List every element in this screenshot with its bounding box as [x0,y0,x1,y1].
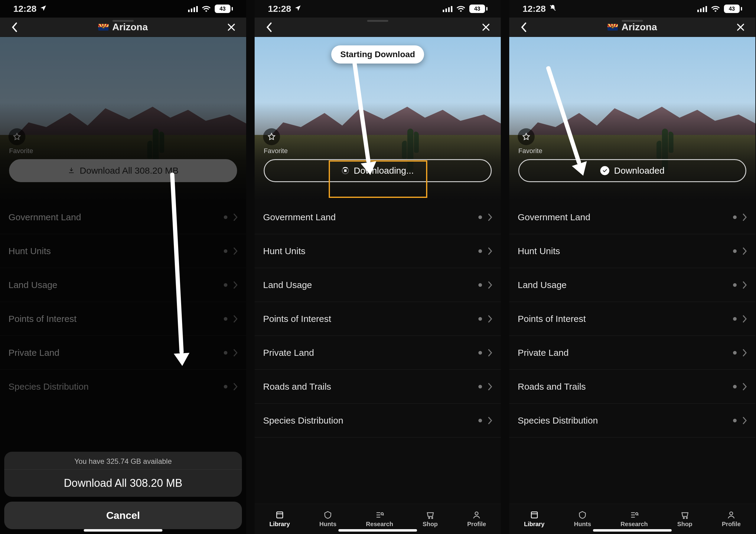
back-button[interactable] [8,20,22,34]
status-dot-icon [478,249,482,253]
layer-name: Land Usage [263,280,312,290]
tab-hunts[interactable]: Hunts [574,510,591,528]
home-indicator[interactable] [593,529,672,532]
status-dot-icon [733,283,737,287]
sheet-download-label: Download All 308.20 MB [64,477,182,489]
home-indicator[interactable] [338,529,417,532]
layer-row[interactable]: Points of Interest [509,302,755,336]
close-button[interactable] [224,20,238,34]
downloaded-label: Downloaded [614,165,665,176]
layer-name: Points of Interest [263,314,331,324]
layer-name: Government Land [518,212,590,222]
tab-shop[interactable]: Shop [423,510,438,528]
back-button[interactable] [262,20,276,34]
status-dot-icon [733,385,737,388]
phone-screen-1: 12:28 43 [0,0,246,534]
tab-research[interactable]: Research [366,510,393,528]
drag-handle[interactable] [113,20,134,22]
tab-library[interactable]: Library [269,510,290,528]
favorite-group: Favorite [263,128,287,155]
tab-label: Hunts [319,521,337,528]
close-button[interactable] [734,20,747,34]
cancel-button[interactable]: Cancel [4,502,242,529]
action-sheet: You have 325.74 GB available Download Al… [4,452,242,529]
location-icon [40,4,47,14]
svg-point-3 [432,517,433,519]
layer-name: Hunt Units [263,246,306,256]
layer-name: Roads and Trails [518,381,586,392]
silent-icon [549,4,557,14]
tab-profile[interactable]: Profile [467,510,486,528]
status-bar: 12:28 43 [509,0,755,17]
chevron-right-icon [487,213,492,221]
layer-name: Points of Interest [518,314,586,324]
location-icon [294,4,302,14]
title-text: Arizona [112,21,148,33]
layer-row[interactable]: Roads and Trails [509,370,755,404]
chevron-right-icon [487,247,492,255]
nav-header: Arizona [0,17,246,37]
tab-library[interactable]: Library [524,510,545,528]
tab-profile[interactable]: Profile [722,510,741,528]
layer-row[interactable]: Private Land [509,336,755,370]
layer-name: Private Land [518,348,569,358]
status-time: 12:28 [523,4,546,14]
status-dot-icon [478,351,482,354]
downloaded-button[interactable]: Downloaded [518,159,746,182]
layer-row[interactable]: Roads and Trails [255,370,501,404]
layer-row[interactable]: Private Land [255,336,501,370]
flag-icon [98,24,109,31]
favorite-label: Favorite [518,147,542,155]
tab-hunts[interactable]: Hunts [319,510,337,528]
layer-row[interactable]: Government Land [509,200,755,234]
layer-name: Private Land [263,348,314,358]
status-dot-icon [733,419,737,422]
sheet-download-action[interactable]: Download All 308.20 MB [4,469,242,497]
tab-research[interactable]: Research [621,510,648,528]
tab-label: Hunts [574,521,591,528]
layer-row[interactable]: Species Distribution [255,404,501,437]
favorite-button[interactable] [518,128,535,145]
nav-header [255,17,501,37]
tab-shop[interactable]: Shop [677,510,692,528]
layer-row[interactable]: Land Usage [255,268,501,302]
nav-header: Arizona [509,17,755,37]
annotation-highlight [329,160,427,198]
layer-row[interactable]: Land Usage [509,268,755,302]
chevron-right-icon [487,315,492,323]
flag-icon [608,24,618,31]
chevron-right-icon [742,213,747,221]
svg-rect-0 [277,512,283,518]
layer-row[interactable]: Government Land [255,200,501,234]
battery-icon: 43 [469,5,487,13]
tab-label: Shop [423,521,438,528]
svg-point-4 [475,512,478,515]
layer-row[interactable]: Hunt Units [255,234,501,268]
battery-icon: 43 [215,5,233,13]
battery-level: 43 [724,5,740,13]
status-bar: 12:28 43 [0,0,246,17]
phone-screen-2: 12:28 43 [255,0,501,534]
favorite-button[interactable] [263,128,280,145]
chevron-right-icon [742,417,747,425]
home-indicator[interactable] [84,529,162,532]
status-dot-icon [733,215,737,219]
chevron-right-icon [742,349,747,357]
tab-label: Profile [467,521,486,528]
layer-row[interactable]: Points of Interest [255,302,501,336]
layer-row[interactable]: Species Distribution [509,404,755,437]
drag-handle[interactable] [367,20,388,22]
cell-signal-icon [697,6,707,12]
chevron-right-icon [742,383,747,391]
cell-signal-icon [188,6,198,12]
page-title: Arizona [608,21,657,33]
layer-row[interactable]: Hunt Units [509,234,755,268]
status-time: 12:28 [13,4,37,14]
svg-point-7 [683,517,684,519]
sheet-info: You have 325.74 GB available [4,452,242,469]
drag-handle[interactable] [622,20,643,22]
tab-label: Profile [722,521,741,528]
back-button[interactable] [517,20,531,34]
svg-point-9 [730,512,733,515]
close-button[interactable] [479,20,493,34]
